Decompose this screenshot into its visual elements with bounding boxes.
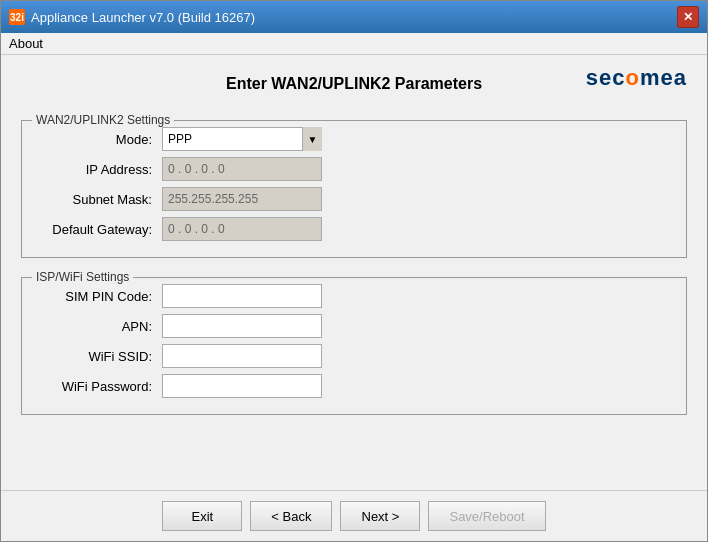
logo: secomea <box>586 65 687 91</box>
content-area: secomea Enter WAN2/UPLINK2 Parameters WA… <box>1 55 707 490</box>
close-button[interactable]: ✕ <box>677 6 699 28</box>
gateway-label: Default Gateway: <box>32 222 162 237</box>
save-reboot-button[interactable]: Save/Reboot <box>428 501 545 531</box>
wifi-ssid-label: WiFi SSID: <box>32 349 162 364</box>
wifi-password-label: WiFi Password: <box>32 379 162 394</box>
exit-button[interactable]: Exit <box>162 501 242 531</box>
mode-row: Mode: PPP DHCP Static ▼ <box>32 127 676 151</box>
titlebar: 32i Appliance Launcher v7.0 (Build 16267… <box>1 1 707 33</box>
menubar: About <box>1 33 707 55</box>
subnet-mask-row: Subnet Mask: <box>32 187 676 211</box>
bottom-bar: Exit < Back Next > Save/Reboot <box>1 490 707 541</box>
gateway-row: Default Gateway: <box>32 217 676 241</box>
wan-settings-legend: WAN2/UPLINK2 Settings <box>32 113 174 127</box>
logo-text: secomea <box>586 65 687 90</box>
sim-pin-label: SIM PIN Code: <box>32 289 162 304</box>
wifi-password-input[interactable] <box>162 374 322 398</box>
apn-row: APN: <box>32 314 676 338</box>
apn-label: APN: <box>32 319 162 334</box>
isp-settings-legend: ISP/WiFi Settings <box>32 270 133 284</box>
sim-pin-row: SIM PIN Code: <box>32 284 676 308</box>
back-button[interactable]: < Back <box>250 501 332 531</box>
wan-settings-group: WAN2/UPLINK2 Settings Mode: PPP DHCP Sta… <box>21 113 687 258</box>
next-button[interactable]: Next > <box>340 501 420 531</box>
gateway-input <box>162 217 322 241</box>
apn-input[interactable] <box>162 314 322 338</box>
subnet-mask-label: Subnet Mask: <box>32 192 162 207</box>
wifi-ssid-row: WiFi SSID: <box>32 344 676 368</box>
window-title: Appliance Launcher v7.0 (Build 16267) <box>31 10 255 25</box>
ip-address-label: IP Address: <box>32 162 162 177</box>
mode-label: Mode: <box>32 132 162 147</box>
app-icon: 32i <box>9 9 25 25</box>
main-window: 32i Appliance Launcher v7.0 (Build 16267… <box>0 0 708 542</box>
mode-select-wrapper: PPP DHCP Static ▼ <box>162 127 322 151</box>
subnet-mask-input <box>162 187 322 211</box>
ip-address-input <box>162 157 322 181</box>
isp-settings-group: ISP/WiFi Settings SIM PIN Code: APN: WiF… <box>21 270 687 415</box>
ip-address-row: IP Address: <box>32 157 676 181</box>
wifi-password-row: WiFi Password: <box>32 374 676 398</box>
sim-pin-input[interactable] <box>162 284 322 308</box>
wifi-ssid-input[interactable] <box>162 344 322 368</box>
titlebar-left: 32i Appliance Launcher v7.0 (Build 16267… <box>9 9 255 25</box>
about-menu-item[interactable]: About <box>9 36 43 51</box>
mode-select[interactable]: PPP DHCP Static <box>162 127 322 151</box>
